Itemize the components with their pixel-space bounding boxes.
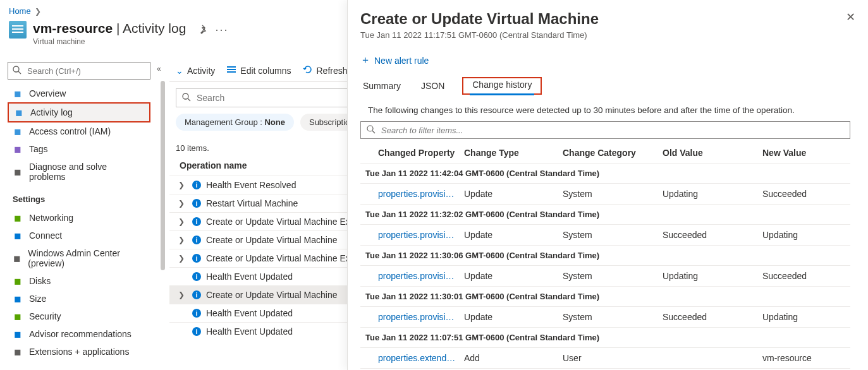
sidebar-item-advisor-recommendations[interactable]: ◼Advisor recommendations bbox=[8, 325, 150, 343]
changed-property-link[interactable]: properties.provision… bbox=[378, 312, 464, 322]
sidebar-item-size[interactable]: ◼Size bbox=[8, 290, 150, 307]
change-group-timestamp: Tue Jan 11 2022 11:30:01 GMT-0600 (Centr… bbox=[360, 287, 850, 307]
pin-icon[interactable] bbox=[199, 24, 209, 36]
disk-icon: ◼ bbox=[13, 276, 23, 286]
sidebar-item-disks[interactable]: ◼Disks bbox=[8, 272, 150, 290]
sidebar-item-security[interactable]: ◼Security bbox=[8, 307, 150, 325]
filter-management-group[interactable]: Management Group : None bbox=[176, 114, 294, 131]
sidebar-item-tags[interactable]: ◼Tags bbox=[8, 140, 150, 158]
svg-point-0 bbox=[13, 66, 19, 72]
columns-icon bbox=[226, 64, 236, 76]
log-icon: ◼ bbox=[14, 107, 24, 117]
col-new-value[interactable]: New Value bbox=[762, 148, 850, 158]
shield-icon: ◼ bbox=[13, 311, 23, 321]
sidebar-item-access-control-iam-[interactable]: ◼Access control (IAM) bbox=[8, 122, 150, 140]
changed-property-link[interactable]: properties.provision… bbox=[378, 230, 464, 240]
change-type: Update bbox=[464, 189, 563, 199]
change-row: properties.extended…AddUservm-resource bbox=[360, 348, 850, 369]
sidebar-item-windows-admin-center-preview-[interactable]: ◼Windows Admin Center (preview) bbox=[8, 244, 150, 272]
search-icon bbox=[181, 92, 192, 104]
col-old-value[interactable]: Old Value bbox=[663, 148, 762, 158]
old-value: Updating bbox=[663, 189, 762, 199]
collapse-sidebar-icon[interactable]: « bbox=[157, 64, 161, 73]
connect-icon: ◼ bbox=[13, 230, 23, 241]
svg-rect-4 bbox=[227, 71, 236, 73]
sidebar-item-label: Extensions + applications bbox=[29, 347, 129, 357]
operation-name: Health Event Resolved bbox=[206, 180, 296, 190]
chevron-down-icon: ⌄ bbox=[176, 66, 183, 76]
info-icon: i bbox=[192, 272, 201, 281]
new-value: Updating bbox=[762, 230, 850, 240]
sidebar-item-connect[interactable]: ◼Connect bbox=[8, 227, 150, 244]
sidebar-item-diagnose-and-solve-problems[interactable]: ◼Diagnose and solve problems bbox=[8, 158, 150, 186]
old-value: Succeeded bbox=[663, 312, 762, 322]
sidebar-item-label: Activity log bbox=[30, 107, 73, 117]
filter-box[interactable] bbox=[360, 121, 850, 139]
svg-line-8 bbox=[372, 131, 375, 133]
sidebar: « ◼Overview◼Activity log◼Access control … bbox=[8, 62, 150, 361]
sidebar-item-label: Networking bbox=[29, 213, 73, 223]
change-type: Update bbox=[464, 312, 563, 322]
chevron-right-icon: ❯ bbox=[178, 199, 187, 208]
scrollbar[interactable] bbox=[161, 81, 165, 270]
sidebar-item-networking[interactable]: ◼Networking bbox=[8, 209, 150, 227]
toolbar-activity[interactable]: ⌄ Activity bbox=[176, 66, 215, 76]
sidebar-item-label: Diagnose and solve problems bbox=[29, 162, 145, 182]
sidebar-item-extensions-applications[interactable]: ◼Extensions + applications bbox=[8, 343, 150, 361]
toolbar-refresh[interactable]: Refresh bbox=[303, 64, 348, 76]
size-icon: ◼ bbox=[13, 294, 23, 304]
info-icon: i bbox=[192, 217, 201, 226]
col-change-category[interactable]: Change Category bbox=[563, 148, 663, 158]
svg-line-1 bbox=[18, 71, 21, 74]
change-row: properties.provision…UpdateSystemSucceed… bbox=[360, 225, 850, 246]
panel-tabs: Summary JSON Change history bbox=[360, 77, 850, 95]
refresh-icon bbox=[303, 64, 313, 76]
info-icon: i bbox=[192, 236, 201, 244]
old-value: Succeeded bbox=[663, 230, 762, 240]
change-group-timestamp: Tue Jan 11 2022 11:32:02 GMT-0600 (Centr… bbox=[360, 205, 850, 225]
sidebar-item-label: Security bbox=[29, 311, 61, 321]
changed-property-link[interactable]: properties.extended… bbox=[378, 353, 464, 363]
sidebar-search-input[interactable] bbox=[26, 66, 146, 76]
network-icon: ◼ bbox=[13, 213, 23, 223]
operation-name: Create or Update Virtual Machine bbox=[206, 235, 338, 245]
svg-rect-3 bbox=[227, 69, 236, 70]
page-subtitle: Virtual machine bbox=[33, 37, 186, 46]
sidebar-item-label: Overview bbox=[29, 88, 66, 98]
svg-line-6 bbox=[188, 98, 190, 101]
changed-property-link[interactable]: properties.provision… bbox=[378, 189, 464, 199]
change-type: Add bbox=[464, 353, 563, 363]
panel-timestamp: Tue Jan 11 2022 11:17:51 GMT-0600 (Centr… bbox=[360, 30, 850, 40]
change-category: System bbox=[563, 271, 663, 281]
more-icon[interactable]: ··· bbox=[215, 23, 228, 37]
sidebar-item-label: Advisor recommendations bbox=[29, 329, 131, 339]
change-group-timestamp: Tue Jan 11 2022 11:42:04 GMT-0600 (Centr… bbox=[360, 164, 850, 184]
breadcrumb-home[interactable]: Home bbox=[9, 6, 31, 16]
tab-summary[interactable]: Summary bbox=[360, 77, 403, 95]
sidebar-search[interactable] bbox=[8, 62, 150, 80]
info-icon: i bbox=[192, 290, 201, 299]
svg-point-7 bbox=[367, 126, 373, 131]
info-icon: i bbox=[192, 254, 201, 263]
changed-property-link[interactable]: properties.provision… bbox=[378, 271, 464, 281]
info-icon: i bbox=[192, 199, 201, 208]
close-icon[interactable]: ✕ bbox=[846, 10, 855, 24]
new-value: Updating bbox=[762, 312, 850, 322]
change-type: Update bbox=[464, 271, 563, 281]
people-icon: ◼ bbox=[13, 126, 23, 136]
col-changed-property[interactable]: Changed Property bbox=[378, 148, 464, 158]
new-alert-rule-button[interactable]: ＋ New alert rule bbox=[360, 54, 850, 67]
tab-change-history[interactable]: Change history bbox=[470, 76, 534, 95]
wrench-icon: ◼ bbox=[13, 167, 23, 177]
toolbar-edit-columns[interactable]: Edit columns bbox=[226, 64, 291, 76]
col-change-type[interactable]: Change Type bbox=[464, 148, 563, 158]
sidebar-item-activity-log[interactable]: ◼Activity log bbox=[8, 102, 150, 122]
change-category: User bbox=[563, 353, 663, 363]
svg-rect-2 bbox=[227, 66, 236, 68]
sidebar-item-overview[interactable]: ◼Overview bbox=[8, 85, 150, 102]
sidebar-item-label: Disks bbox=[29, 276, 51, 286]
filter-input[interactable] bbox=[380, 125, 845, 136]
operation-name: Health Event Updated bbox=[206, 326, 293, 337]
tab-json[interactable]: JSON bbox=[419, 77, 447, 95]
chevron-right-icon: ❯ bbox=[178, 290, 187, 299]
